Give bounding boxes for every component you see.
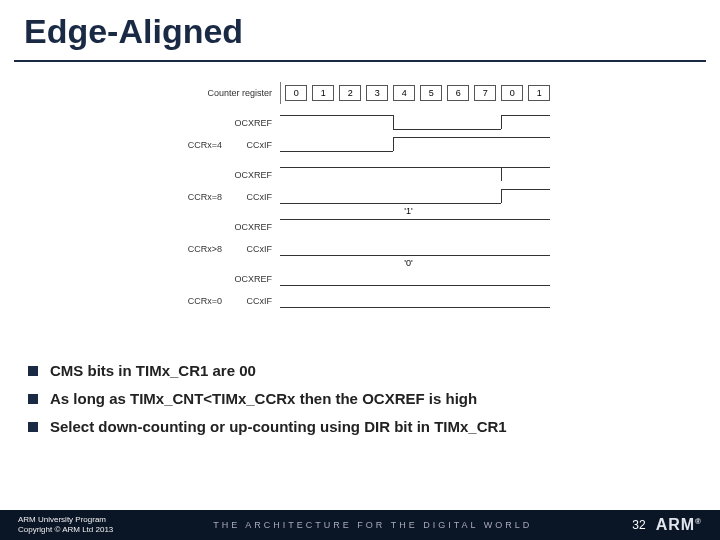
title-rule <box>14 60 706 62</box>
wave-ccxif-2 <box>280 238 550 260</box>
wave-ocxref-0 <box>280 112 550 134</box>
ocxref-label: OCXREF <box>170 170 280 180</box>
group-row: CCRx>8 CCxIF <box>170 238 550 260</box>
ocxref-label: OCXREF <box>170 274 280 284</box>
cnt-cell: 4 <box>393 85 415 101</box>
ccr-label: CCRx>8 <box>170 244 230 254</box>
bullet-item: As long as TIMx_CNT<TIMx_CCRx then the O… <box>28 388 692 410</box>
ccr-label: CCRx=4 <box>170 140 230 150</box>
timing-diagram: Counter register 0 1 2 3 4 5 6 7 0 1 OCX… <box>170 82 550 312</box>
ocxref-label: OCXREF <box>170 222 280 232</box>
cnt-cell: 2 <box>339 85 361 101</box>
bullet-square-icon <box>28 366 38 376</box>
ccxif-label: CCxIF <box>230 244 280 254</box>
bullet-item: CMS bits in TIMx_CR1 are 00 <box>28 360 692 382</box>
wave-ccxif-0 <box>280 134 550 156</box>
group-row: CCRx=0 CCxIF <box>170 290 550 312</box>
group-row: OCXREF '0' <box>170 268 550 290</box>
page-number: 32 <box>632 518 655 532</box>
counter-axis: 0 1 2 3 4 5 6 7 0 1 <box>280 82 550 104</box>
arm-logo: ARM® <box>656 516 720 534</box>
cnt-cell: 5 <box>420 85 442 101</box>
footer-credits: ARM University Program Copyright © ARM L… <box>0 515 113 535</box>
bullet-text: Select down-counting or up-counting usin… <box>50 416 507 438</box>
group-row: OCXREF '1' <box>170 216 550 238</box>
group-row: OCXREF <box>170 164 550 186</box>
cnt-cell: 1 <box>312 85 334 101</box>
ccxif-label: CCxIF <box>230 140 280 150</box>
cnt-cell: 1 <box>528 85 550 101</box>
bullet-text: As long as TIMx_CNT<TIMx_CCRx then the O… <box>50 388 477 410</box>
wave-ccxif-1 <box>280 186 550 208</box>
group-row: CCRx=4 CCxIF <box>170 134 550 156</box>
counter-row: Counter register 0 1 2 3 4 5 6 7 0 1 <box>170 82 550 104</box>
slide: Edge-Aligned Counter register 0 1 2 3 4 … <box>0 0 720 540</box>
bullet-list: CMS bits in TIMx_CR1 are 00 As long as T… <box>28 360 692 444</box>
counter-label: Counter register <box>170 88 280 98</box>
ocxref-label: OCXREF <box>170 118 280 128</box>
cnt-cell: 6 <box>447 85 469 101</box>
wave-ocxref-2: '1' <box>280 216 550 238</box>
bullet-square-icon <box>28 422 38 432</box>
cnt-cell: 0 <box>501 85 523 101</box>
cnt-cell: 0 <box>285 85 307 101</box>
footer-line1: ARM University Program <box>18 515 113 525</box>
ccr-label: CCRx=8 <box>170 192 230 202</box>
wave-ocxref-1 <box>280 164 550 186</box>
pm-label: '0' <box>404 258 412 268</box>
registered-icon: ® <box>695 517 702 526</box>
pm-label: '1' <box>404 206 412 216</box>
group-row: OCXREF <box>170 112 550 134</box>
group-row: CCRx=8 CCxIF <box>170 186 550 208</box>
footer-line2: Copyright © ARM Ltd 2013 <box>18 525 113 535</box>
cnt-cell: 3 <box>366 85 388 101</box>
ccr-label: CCRx=0 <box>170 296 230 306</box>
cnt-cell: 7 <box>474 85 496 101</box>
page-title: Edge-Aligned <box>24 12 243 51</box>
footer: ARM University Program Copyright © ARM L… <box>0 510 720 540</box>
bullet-text: CMS bits in TIMx_CR1 are 00 <box>50 360 256 382</box>
ccxif-label: CCxIF <box>230 296 280 306</box>
ccxif-label: CCxIF <box>230 192 280 202</box>
wave-ocxref-3: '0' <box>280 268 550 290</box>
wave-ccxif-3 <box>280 290 550 312</box>
bullet-square-icon <box>28 394 38 404</box>
footer-tagline: THE ARCHITECTURE FOR THE DIGITAL WORLD <box>113 520 632 530</box>
bullet-item: Select down-counting or up-counting usin… <box>28 416 692 438</box>
